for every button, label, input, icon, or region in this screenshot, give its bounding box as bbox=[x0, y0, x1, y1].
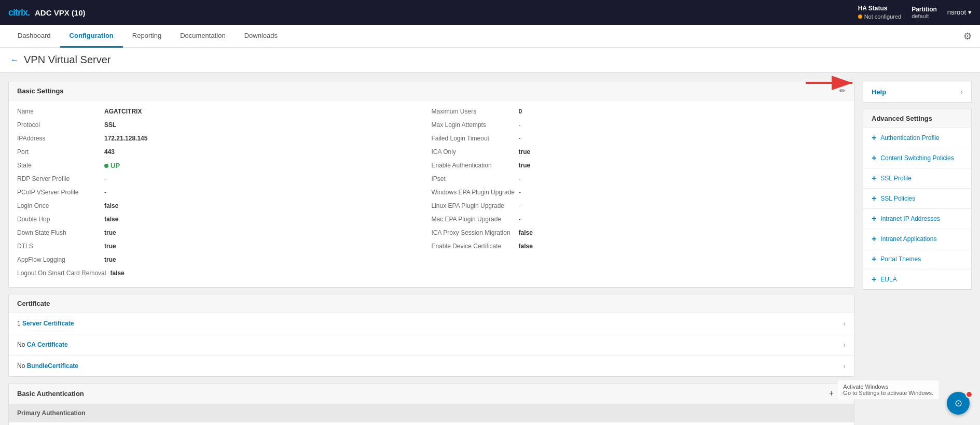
state-dot bbox=[104, 164, 108, 168]
value-maxusers: 0 bbox=[519, 108, 522, 115]
settings-row-logout: Logout On Smart Card Removal false bbox=[17, 270, 432, 280]
value-maxlogin: - bbox=[519, 121, 521, 129]
value-ipaddress: 172.21.128.145 bbox=[104, 135, 147, 142]
label-loginonce: Login Once bbox=[17, 202, 100, 209]
value-downstate: true bbox=[104, 229, 116, 236]
ca-cert-chevron: › bbox=[843, 341, 846, 349]
label-port: Port bbox=[17, 148, 100, 155]
tab-configuration[interactable]: Configuration bbox=[60, 25, 123, 48]
edit-icon[interactable]: ✏ bbox=[839, 87, 846, 95]
tab-downloads[interactable]: Downloads bbox=[235, 25, 287, 48]
advanced-settings-panel: Advanced Settings + Authentication Profi… bbox=[863, 109, 972, 290]
bundle-cert-chevron: › bbox=[843, 362, 846, 370]
value-dtls: true bbox=[104, 243, 116, 250]
tab-dashboard[interactable]: Dashboard bbox=[8, 25, 60, 48]
label-failedlogin: Failed Login Timeout bbox=[432, 135, 515, 142]
bundle-cert-prefix: No bbox=[17, 362, 27, 370]
certificate-header: Certificate bbox=[9, 294, 854, 313]
ldap-row[interactable]: 1 LDAP Policy › bbox=[9, 422, 854, 425]
citrix-logo: citrix. bbox=[8, 7, 30, 18]
adv-item-intranet-apps[interactable]: + Intranet Applications bbox=[863, 229, 971, 249]
label-devicecert: Enable Device Certificate bbox=[432, 243, 515, 250]
label-winepaplugin: Windows EPA Plugin Upgrade bbox=[432, 189, 515, 196]
adv-item-ssl-profile[interactable]: + SSL Profile bbox=[863, 168, 971, 189]
settings-row-pcoip: PCoIP VServer Profile - bbox=[17, 189, 432, 199]
help-panel: Help › bbox=[863, 81, 972, 103]
gear-icon[interactable]: ⚙ bbox=[963, 31, 972, 42]
brand: citrix. ADC VPX (10) bbox=[8, 7, 86, 18]
help-row[interactable]: Help › bbox=[863, 81, 971, 102]
adv-item-eula[interactable]: + EULA bbox=[863, 270, 971, 289]
ha-status-text: Not configured bbox=[864, 13, 902, 20]
plus-icon-ssl-policies: + bbox=[872, 194, 876, 203]
value-enableauth: true bbox=[519, 162, 531, 169]
bundle-cert-label: BundleCertificate bbox=[27, 362, 78, 370]
label-logout: Logout On Smart Card Removal bbox=[17, 270, 106, 277]
value-doublehop: false bbox=[104, 216, 118, 223]
label-ipaddress: IPAddress bbox=[17, 135, 100, 142]
adv-item-auth-profile[interactable]: + Authentication Profile bbox=[863, 128, 971, 148]
app-name: ADC VPX (10) bbox=[35, 8, 86, 17]
settings-row-winepaplugin: Windows EPA Plugin Upgrade - bbox=[432, 189, 846, 199]
value-loginonce: false bbox=[104, 202, 118, 209]
ha-status-block: HA Status Not configured bbox=[858, 5, 902, 20]
ca-cert-prefix: No bbox=[17, 341, 27, 348]
label-rdp: RDP Server Profile bbox=[17, 175, 100, 182]
page-header: ← VPN Virtual Server bbox=[0, 48, 980, 73]
partition-label: Partition bbox=[912, 6, 937, 13]
value-appflow: true bbox=[104, 256, 116, 263]
top-bar-right: HA Status Not configured Partition defau… bbox=[858, 5, 972, 20]
settings-row-icaonly: ICA Only true bbox=[432, 148, 846, 159]
server-cert-chevron: › bbox=[843, 319, 846, 328]
value-devicecert: false bbox=[519, 243, 533, 250]
adv-item-ssl-policies[interactable]: + SSL Policies bbox=[863, 189, 971, 209]
value-ipset: - bbox=[519, 175, 521, 182]
ca-cert-row[interactable]: No CA Certificate › bbox=[9, 334, 854, 356]
label-protocol: Protocol bbox=[17, 121, 100, 129]
adv-label-eula: EULA bbox=[880, 276, 896, 283]
settings-row-icaproxy: ICA Proxy Session Migration false bbox=[432, 229, 846, 239]
ha-status-value: Not configured bbox=[858, 13, 902, 20]
partition-value: default bbox=[912, 13, 929, 19]
adv-item-intranet-ip[interactable]: + Intranet IP Addresses bbox=[863, 209, 971, 229]
label-maxusers: Maximum Users bbox=[432, 108, 515, 115]
server-cert-prefix: 1 bbox=[17, 320, 22, 327]
help-label: Help bbox=[872, 88, 886, 96]
label-pcoip: PCoIP VServer Profile bbox=[17, 189, 100, 196]
advanced-settings-title: Advanced Settings bbox=[863, 109, 971, 128]
top-bar: citrix. ADC VPX (10) HA Status Not confi… bbox=[0, 0, 980, 25]
auth-close-icon[interactable]: ✕ bbox=[839, 389, 846, 399]
partition-block[interactable]: Partition default bbox=[912, 6, 937, 19]
tab-documentation[interactable]: Documentation bbox=[171, 25, 234, 48]
tabs-bar: Dashboard Configuration Reporting Docume… bbox=[0, 25, 980, 48]
settings-row-ipset: IPset - bbox=[432, 175, 846, 186]
back-button[interactable]: ← bbox=[10, 55, 19, 65]
value-state: UP bbox=[104, 162, 120, 169]
settings-row-protocol: Protocol SSL bbox=[17, 121, 432, 132]
plus-icon-ssl-profile: + bbox=[872, 174, 876, 183]
tab-reporting[interactable]: Reporting bbox=[123, 25, 171, 48]
auth-panel-title: Basic Authentication bbox=[17, 390, 84, 398]
certificate-panel: Certificate 1 Server Certificate › No CA… bbox=[8, 294, 854, 377]
bundle-cert-row[interactable]: No BundleCertificate › bbox=[9, 356, 854, 376]
server-cert-label: Server Certificate bbox=[22, 320, 74, 327]
value-winepaplugin: - bbox=[519, 189, 521, 196]
label-linuxepaplugin: Linux EPA Plugin Upgrade bbox=[432, 202, 515, 209]
user-menu-chevron bbox=[968, 8, 972, 16]
settings-row-name: Name AGATCITRIX bbox=[17, 108, 432, 118]
adv-item-portal-themes[interactable]: + Portal Themes bbox=[863, 249, 971, 270]
auth-add-icon[interactable]: + bbox=[829, 389, 834, 399]
server-cert-row[interactable]: 1 Server Certificate › bbox=[9, 313, 854, 334]
auth-panel-icons: + ✕ bbox=[829, 389, 846, 399]
ca-cert-label: CA Certificate bbox=[27, 341, 68, 348]
certificate-title: Certificate bbox=[17, 300, 50, 307]
auth-panel-header: Basic Authentication + ✕ bbox=[9, 384, 854, 404]
settings-row-devicecert: Enable Device Certificate false bbox=[432, 243, 846, 253]
user-block[interactable]: nsroot bbox=[947, 8, 972, 16]
adv-item-content-switching[interactable]: + Content Switching Policies bbox=[863, 148, 971, 168]
page-title: VPN Virtual Server bbox=[24, 54, 111, 66]
label-state: State bbox=[17, 162, 100, 169]
settings-row-linuxepaplugin: Linux EPA Plugin Upgrade - bbox=[432, 202, 846, 212]
settings-left-col: Name AGATCITRIX Protocol SSL IPAddress 1… bbox=[17, 108, 432, 280]
primary-auth-label: Primary Authentication bbox=[17, 409, 86, 417]
